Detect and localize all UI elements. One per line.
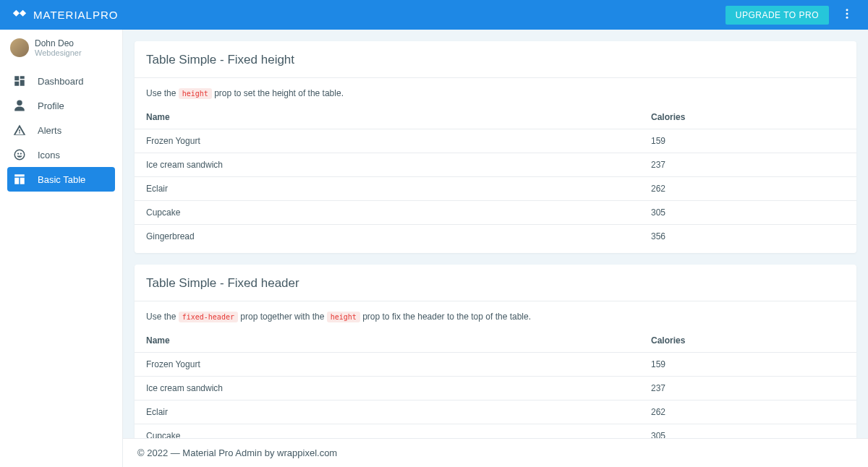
table: Name Calories Frozen Yogurt159Ice cream … xyxy=(135,106,856,243)
svg-point-0 xyxy=(846,9,848,11)
sidebar-item-label: Profile xyxy=(38,100,64,111)
table-header-row: Name Calories xyxy=(135,329,856,353)
table-row: Cupcake305 xyxy=(135,201,856,225)
sidebar-item-dashboard[interactable]: Dashboard xyxy=(7,69,115,93)
sidebar-item-profile[interactable]: Profile xyxy=(7,93,115,118)
code-fixed-header: fixed-header xyxy=(179,312,238,322)
person-icon xyxy=(13,99,26,112)
table-row: Frozen Yogurt159 xyxy=(135,353,856,377)
table-row: Gingerbread356 xyxy=(135,225,856,244)
sidebar-item-label: Basic Table xyxy=(38,174,85,185)
table-row: Ice cream sandwich237 xyxy=(135,153,856,177)
cell-name: Ice cream sandwich xyxy=(135,377,639,400)
cell-name: Ice cream sandwich xyxy=(135,153,639,177)
cell-calories: 159 xyxy=(639,353,856,377)
cell-calories: 159 xyxy=(639,129,856,153)
dots-vertical-icon xyxy=(841,7,854,20)
table-row: Ice cream sandwich237 xyxy=(135,377,856,400)
more-menu-button[interactable] xyxy=(838,4,856,26)
sidebar-item-label: Dashboard xyxy=(38,76,84,87)
brand[interactable]: MATERIALPRO xyxy=(12,7,118,23)
code-height: height xyxy=(179,88,212,99)
sidebar-item-label: Icons xyxy=(38,150,60,160)
table-scroll[interactable]: Name Calories Frozen Yogurt159Ice cream … xyxy=(135,329,856,441)
user-name: Dohn Deo xyxy=(35,38,82,48)
cell-name: Eclair xyxy=(135,400,639,424)
cell-calories: 356 xyxy=(639,225,856,244)
cell-name: Frozen Yogurt xyxy=(135,353,639,377)
footer: © 2022 — Material Pro Admin by wrappixel… xyxy=(123,438,868,467)
svg-point-2 xyxy=(846,16,848,18)
dashboard-icon xyxy=(13,74,26,87)
th-calories: Calories xyxy=(639,329,856,353)
cell-calories: 237 xyxy=(639,377,856,400)
th-name: Name xyxy=(135,106,639,129)
table-scroll[interactable]: Name Calories Frozen Yogurt159Ice cream … xyxy=(135,106,856,243)
table-row: Eclair262 xyxy=(135,400,856,424)
table-row: Frozen Yogurt159 xyxy=(135,129,856,153)
cell-calories: 305 xyxy=(639,201,856,225)
table-row: Eclair262 xyxy=(135,177,856,201)
upgrade-button[interactable]: UPGRADE TO PRO xyxy=(726,6,829,25)
cell-name: Eclair xyxy=(135,177,639,201)
sidebar-item-label: Alerts xyxy=(38,125,61,136)
sidebar-item-basic-table[interactable]: Basic Table xyxy=(7,167,115,192)
table-icon xyxy=(13,173,26,186)
table-header-row: Name Calories xyxy=(135,106,856,129)
cell-calories: 262 xyxy=(639,177,856,201)
brand-text: MATERIALPRO xyxy=(33,9,118,21)
code-height: height xyxy=(327,312,360,322)
sidebar-item-icons[interactable]: Icons xyxy=(7,142,115,167)
alert-icon xyxy=(13,124,26,137)
cell-name: Frozen Yogurt xyxy=(135,129,639,153)
profile-block[interactable]: Dohn Deo Webdesigner xyxy=(7,38,115,57)
sidebar: Dohn Deo Webdesigner Dashboard Profile A… xyxy=(0,30,123,467)
topbar: MATERIALPRO UPGRADE TO PRO xyxy=(0,0,868,30)
cell-calories: 237 xyxy=(639,153,856,177)
logo-icon xyxy=(12,7,27,23)
card-title: Table Simple - Fixed height xyxy=(135,41,856,77)
table: Name Calories Frozen Yogurt159Ice cream … xyxy=(135,329,856,441)
card-fixed-header: Table Simple - Fixed header Use the fixe… xyxy=(135,265,856,451)
footer-text: © 2022 — Material Pro Admin by wrappixel… xyxy=(137,447,337,458)
svg-point-1 xyxy=(846,12,848,14)
card-description: Use the height prop to set the height of… xyxy=(135,78,856,106)
card-title: Table Simple - Fixed header xyxy=(135,265,856,301)
card-description: Use the fixed-header prop together with … xyxy=(135,301,856,329)
user-role: Webdesigner xyxy=(35,48,82,57)
sidebar-item-alerts[interactable]: Alerts xyxy=(7,118,115,142)
main-content: Table Simple - Fixed height Use the heig… xyxy=(123,0,868,467)
card-fixed-height: Table Simple - Fixed height Use the heig… xyxy=(135,41,856,253)
cell-name: Cupcake xyxy=(135,201,639,225)
cell-calories: 262 xyxy=(639,400,856,424)
avatar xyxy=(10,38,29,57)
th-name: Name xyxy=(135,329,639,353)
cell-name: Gingerbread xyxy=(135,225,639,244)
emoji-icon xyxy=(13,148,26,161)
th-calories: Calories xyxy=(639,106,856,129)
